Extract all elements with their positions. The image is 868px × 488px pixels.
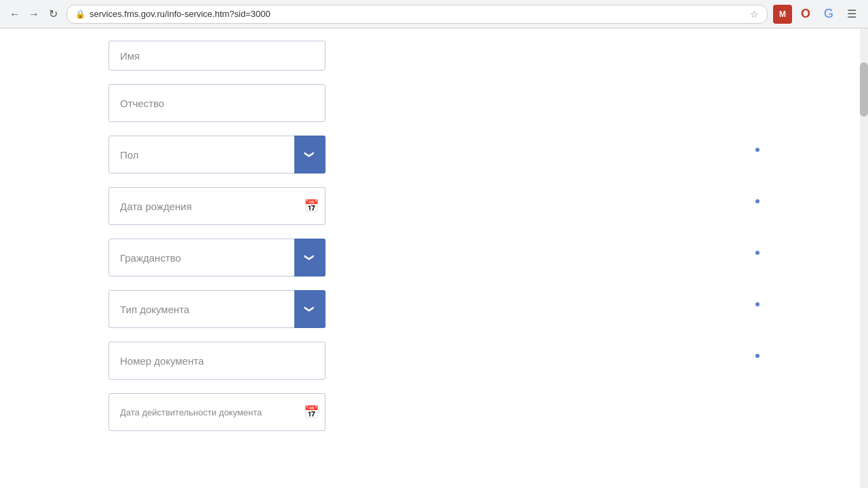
tip-dokumenta-required-indicator [755,302,760,306]
form-group-data-rozhdeniya: 📅 [108,187,751,225]
main-content: Пол Мужской Женский 📅 [0,28,860,488]
form-group-grazhdanstvo: Гражданство Россия [108,239,751,277]
data-deystvitelnosti-wrapper: 📅 [108,393,326,431]
grazhdanstvo-select[interactable]: Гражданство Россия [108,239,326,277]
otchestvo-wrapper [108,84,326,122]
nomer-dokumenta-required-indicator [755,354,760,358]
menu-button[interactable]: ☰ [842,5,861,24]
grazhdanstvo-wrapper: Гражданство Россия [108,239,326,277]
opera-button[interactable]: O [796,5,815,24]
nomer-dokumenta-wrapper [108,342,326,380]
data-deystvitelnosti-input[interactable] [108,393,326,431]
extensions-button[interactable]: M [773,5,792,24]
data-rozhdeniya-wrapper: 📅 [108,187,326,225]
back-button[interactable]: ← [7,6,23,22]
grazhdanstvo-required-indicator [755,251,760,255]
url-text: services.fms.gov.ru/info-service.htm?sid… [90,9,746,19]
tip-dokumenta-wrapper: Тип документа Паспорт [108,290,326,328]
translate-button[interactable]: G [819,5,838,24]
form-group-imya [108,41,751,70]
forward-button[interactable]: → [26,6,42,22]
scrollbar-thumb[interactable] [860,62,868,117]
imya-wrapper [108,41,326,70]
pol-required-indicator [755,148,760,152]
imya-input[interactable] [108,41,326,70]
form-group-tip-dokumenta: Тип документа Паспорт [108,290,751,328]
nomer-dokumenta-input[interactable] [108,342,326,380]
scrollbar-track [860,28,868,488]
address-bar[interactable]: 🔒 services.fms.gov.ru/info-service.htm?s… [66,5,768,24]
bookmark-icon[interactable]: ☆ [750,9,759,20]
tip-dokumenta-select[interactable]: Тип документа Паспорт [108,290,326,328]
nav-buttons: ← → ↻ [7,6,61,22]
form-area: Пол Мужской Женский 📅 [0,28,860,438]
reload-button[interactable]: ↻ [45,6,61,22]
form-group-pol: Пол Мужской Женский [108,136,751,174]
pol-wrapper: Пол Мужской Женский [108,136,326,174]
data-rozhdeniya-required-indicator [755,199,760,203]
otchestvo-input[interactable] [108,84,326,122]
browser-actions: M O G ☰ [773,5,861,24]
page-content: Пол Мужской Женский 📅 [0,28,868,488]
form-group-otchestvo [108,84,751,122]
form-group-nomer-dokumenta [108,342,751,380]
form-group-data-deystvitelnosti: 📅 [108,393,751,431]
data-rozhdeniya-input[interactable] [108,187,326,225]
pol-select[interactable]: Пол Мужской Женский [108,136,326,174]
lock-icon: 🔒 [75,9,85,19]
browser-chrome: ← → ↻ 🔒 services.fms.gov.ru/info-service… [0,0,868,28]
